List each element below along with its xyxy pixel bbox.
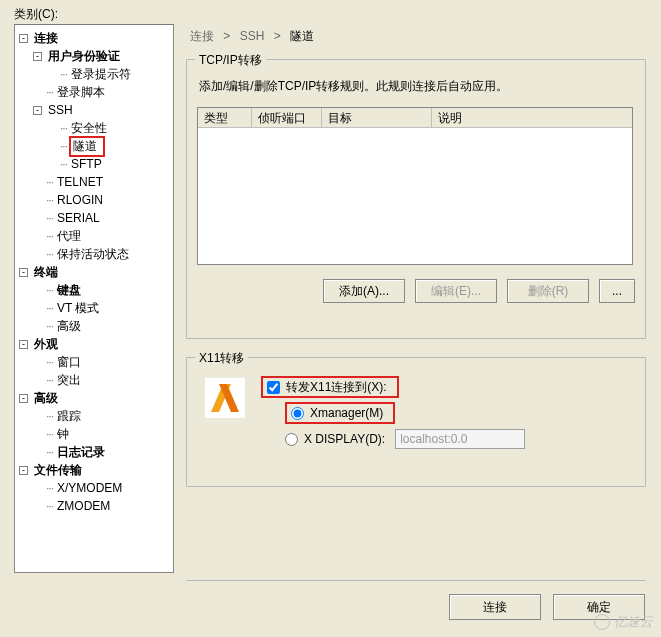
breadcrumb-ssh[interactable]: SSH [240,29,265,43]
xdisplay-input [395,429,525,449]
breadcrumb-tunnel: 隧道 [290,29,314,43]
watermark: 亿速云 [594,613,653,631]
tree-zmodem[interactable]: ···ZMODEM [31,497,171,515]
tree-tunnel[interactable]: ···隧道 [45,137,171,155]
tree-advanced[interactable]: -高级 [17,389,171,407]
tree-logging[interactable]: ···日志记录 [31,443,171,461]
xmanager-icon [205,378,245,418]
highlight-xmanager: Xmanager(M) [285,402,395,424]
watermark-icon [594,614,610,630]
collapse-icon[interactable]: - [19,34,28,43]
separator [186,580,646,581]
more-button[interactable]: ... [599,279,635,303]
col-listen-port[interactable]: 侦听端口 [252,108,322,127]
tree-filetransfer[interactable]: -文件传输 [17,461,171,479]
edit-button: 编辑(E)... [415,279,497,303]
tcpip-forwarding-group: TCP/IP转移 添加/编辑/删除TCP/IP转移规则。此规则连接后自动应用。 … [186,59,646,339]
tree-vtmode[interactable]: ···VT 模式 [31,299,171,317]
category-tree[interactable]: -连接 -用户身份验证 ···登录提示符 ···登录脚本 -SSH ···安全性… [14,24,174,573]
tree-connection[interactable]: -连接 [17,29,171,47]
col-target[interactable]: 目标 [322,108,432,127]
tree-bell[interactable]: ···钟 [31,425,171,443]
xmanager-radio[interactable] [291,407,304,420]
remove-button: 删除(R) [507,279,589,303]
tree-keepalive[interactable]: ···保持活动状态 [31,245,171,263]
xdisplay-radio[interactable] [285,433,298,446]
xmanager-label: Xmanager(M) [310,406,383,420]
tree-ssh[interactable]: -SSH [31,101,171,119]
tree-appearance[interactable]: -外观 [17,335,171,353]
tree-keyboard[interactable]: ···键盘 [31,281,171,299]
tree-trace[interactable]: ···跟踪 [31,407,171,425]
forwarding-rules-table[interactable]: 类型 侦听端口 目标 说明 [197,107,633,265]
breadcrumb: 连接 > SSH > 隧道 [190,28,646,45]
tcpip-instruction: 添加/编辑/删除TCP/IP转移规则。此规则连接后自动应用。 [199,78,633,95]
add-button[interactable]: 添加(A)... [323,279,405,303]
tree-telnet[interactable]: ···TELNET [31,173,171,191]
col-type[interactable]: 类型 [198,108,252,127]
tree-rlogin[interactable]: ···RLOGIN [31,191,171,209]
tree-sftp[interactable]: ···SFTP [45,155,171,173]
tree-security[interactable]: ···安全性 [45,119,171,137]
category-label: 类别(C): [14,6,58,23]
tree-window[interactable]: ···窗口 [31,353,171,371]
forward-x11-label: 转发X11连接到(X): [286,379,387,396]
tree-highlight[interactable]: ···突出 [31,371,171,389]
tree-advanced-terminal[interactable]: ···高级 [31,317,171,335]
tree-xymodem[interactable]: ···X/YMODEM [31,479,171,497]
collapse-icon[interactable]: - [19,340,28,349]
collapse-icon[interactable]: - [19,268,28,277]
connect-button[interactable]: 连接 [449,594,541,620]
forward-x11-checkbox[interactable] [267,381,280,394]
tree-serial[interactable]: ···SERIAL [31,209,171,227]
breadcrumb-connection[interactable]: 连接 [190,29,214,43]
xdisplay-label: X DISPLAY(D): [304,432,385,446]
collapse-icon[interactable]: - [33,52,42,61]
tcpip-legend: TCP/IP转移 [195,52,266,69]
col-description[interactable]: 说明 [432,108,632,127]
tree-login-prompt[interactable]: ···登录提示符 [45,65,171,83]
highlight-forward-x11: 转发X11连接到(X): [261,376,399,398]
tree-terminal[interactable]: -终端 [17,263,171,281]
x11-legend: X11转移 [195,350,248,367]
tree-login-script[interactable]: ···登录脚本 [31,83,171,101]
tree-auth[interactable]: -用户身份验证 [31,47,171,65]
collapse-icon[interactable]: - [33,106,42,115]
x11-forwarding-group: X11转移 转发X11连接到(X): Xmanager(M) [186,357,646,487]
collapse-icon[interactable]: - [19,466,28,475]
tree-proxy[interactable]: ···代理 [31,227,171,245]
collapse-icon[interactable]: - [19,394,28,403]
